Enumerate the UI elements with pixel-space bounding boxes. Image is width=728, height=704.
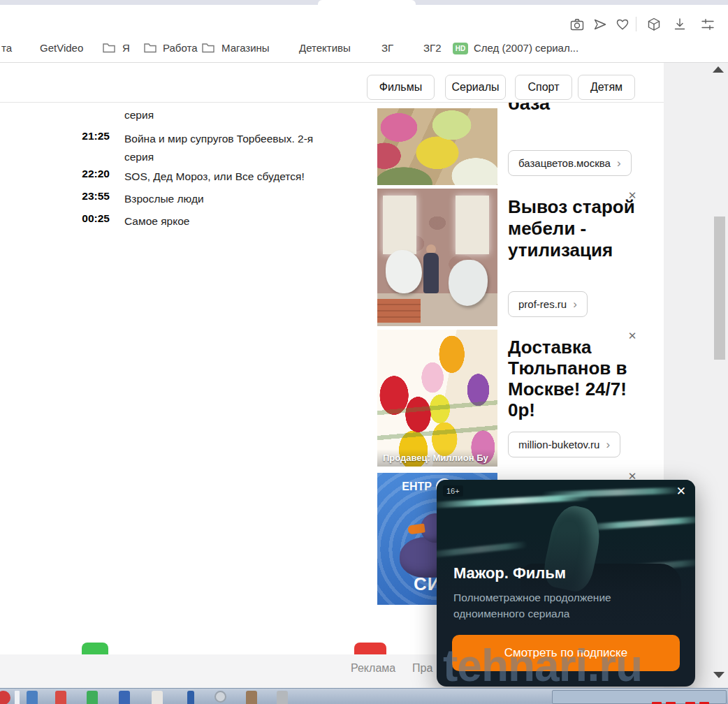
taskbar-tray-panel bbox=[552, 690, 727, 704]
footer-link-advertising[interactable]: Реклама bbox=[351, 662, 395, 675]
taskbar-app-icon[interactable] bbox=[0, 691, 10, 704]
scroll-down-arrow-icon[interactable] bbox=[713, 672, 725, 678]
taskbar-app-icon[interactable] bbox=[27, 691, 38, 704]
schedule-time: 00:25 bbox=[67, 212, 110, 225]
bookmarks-bar: та GetVideo Я Работа Магазины Детективы … bbox=[0, 34, 728, 63]
browser-toolbar bbox=[0, 5, 728, 34]
taskbar-app-icon[interactable] bbox=[277, 691, 288, 704]
ad-link-label: million-buketov.ru bbox=[518, 439, 599, 450]
scrollbar-thumb[interactable] bbox=[714, 217, 725, 360]
bookmark-folder-magaziny[interactable]: Магазины bbox=[221, 42, 270, 54]
screen: та GetVideo Я Работа Магазины Детективы … bbox=[0, 0, 728, 704]
downloads-icon[interactable] bbox=[672, 17, 687, 32]
bookmark-detektivy[interactable]: Детективы bbox=[299, 42, 351, 54]
trash-bag-shape bbox=[386, 250, 422, 293]
ad-image-flower-market[interactable] bbox=[377, 108, 497, 185]
ad-link-label: базацветов.москва bbox=[518, 157, 611, 169]
ad-link-button[interactable]: prof-res.ru bbox=[508, 291, 588, 317]
tab-sport[interactable]: Спорт bbox=[515, 75, 572, 100]
page-header: Фильмы Сериалы Спорт Детям bbox=[0, 63, 664, 103]
taskbar-app-icon[interactable] bbox=[246, 691, 257, 704]
schedule-program[interactable]: Самое яркое bbox=[124, 212, 330, 230]
taskbar-app-icon[interactable] bbox=[55, 691, 66, 704]
ad-close-icon[interactable] bbox=[627, 190, 638, 201]
ad-image-tulips[interactable]: Продавец: Миллион Бу bbox=[377, 330, 497, 467]
chevron-right-icon bbox=[617, 157, 621, 169]
tab-films[interactable]: Фильмы bbox=[367, 75, 435, 100]
bookmark-folder-ya[interactable]: Я bbox=[122, 42, 130, 54]
schedule-time: 23:55 bbox=[67, 190, 110, 203]
hd-badge-icon: HD bbox=[453, 43, 468, 54]
window-shape bbox=[383, 196, 416, 254]
schedule-program[interactable]: Взрослые люди bbox=[124, 190, 330, 208]
chevron-right-icon bbox=[606, 439, 610, 450]
ad-link-button[interactable]: базацветов.москва bbox=[508, 150, 632, 176]
schedule-time: 22:20 bbox=[67, 168, 110, 180]
chevron-right-icon bbox=[573, 298, 577, 310]
bookmark-zg2[interactable]: ЗГ2 bbox=[423, 42, 442, 54]
schedule-program[interactable]: Война и мир супругов Торбеевых. 2-я сери… bbox=[124, 130, 330, 166]
tab-kids[interactable]: Детям bbox=[578, 75, 635, 100]
schedule-continuation: серия bbox=[124, 106, 330, 124]
active-tab[interactable] bbox=[318, 0, 416, 5]
ad-image-furniture-removal[interactable] bbox=[377, 189, 497, 326]
ad-image-caption: Продавец: Миллион Бу bbox=[377, 449, 497, 467]
send-icon[interactable] bbox=[592, 17, 608, 32]
ad-link-label: prof-res.ru bbox=[518, 298, 567, 310]
ad-title[interactable]: Вывоз старой мебели - утилизация bbox=[508, 196, 655, 261]
browser-tab-strip bbox=[0, 0, 728, 5]
taskbar-divider bbox=[15, 691, 20, 704]
folder-icon bbox=[102, 41, 116, 56]
ad-title[interactable]: Доставка Тюльпанов в Москве! 24/7! 0р! bbox=[508, 337, 655, 420]
schedule-time: 21:25 bbox=[67, 130, 110, 142]
os-taskbar bbox=[0, 688, 728, 704]
bricks-shape bbox=[377, 299, 421, 323]
taskbar-app-icon[interactable] bbox=[187, 691, 194, 704]
bookmark-sled[interactable]: След (2007) сериал... bbox=[474, 42, 578, 54]
taskbar-app-icon[interactable] bbox=[119, 691, 130, 704]
folder-icon bbox=[143, 41, 157, 56]
ad-link-button[interactable]: million-buketov.ru bbox=[508, 432, 620, 457]
toolbar-divider bbox=[636, 17, 636, 31]
bookmark-folder-rabota[interactable]: Работа bbox=[163, 42, 198, 54]
taskbar-app-icon[interactable] bbox=[214, 691, 226, 703]
watermark-text: tehnari.ru bbox=[443, 640, 642, 691]
bookmark-zg[interactable]: ЗГ bbox=[381, 42, 393, 54]
person-shape bbox=[423, 253, 439, 293]
age-rating-badge: 16+ bbox=[443, 485, 463, 497]
ad-close-icon[interactable] bbox=[627, 330, 638, 342]
popup-title: Мажор. Фильм bbox=[453, 564, 566, 582]
screenshot-camera-icon[interactable] bbox=[569, 17, 585, 32]
ad-image-text-left: ЕНТР bbox=[402, 481, 432, 493]
taskbar-app-icon[interactable] bbox=[152, 691, 163, 704]
scroll-up-arrow-icon[interactable] bbox=[713, 66, 724, 73]
bookmark-getvideo[interactable]: GetVideo bbox=[40, 42, 83, 54]
taskbar-app-icon[interactable] bbox=[87, 691, 98, 704]
tab-series[interactable]: Сериалы bbox=[445, 75, 506, 100]
bookmark-cut-left[interactable]: та bbox=[1, 42, 12, 54]
folder-icon bbox=[201, 41, 215, 56]
footer-link-rights-cut[interactable]: Пра bbox=[412, 662, 432, 675]
favorites-heart-icon[interactable] bbox=[615, 17, 630, 32]
schedule-program[interactable]: SOS, Дед Мороз, или Все сбудется! bbox=[124, 168, 330, 186]
extensions-cube-icon[interactable] bbox=[646, 17, 662, 32]
window-shape bbox=[456, 196, 489, 254]
settings-sliders-icon[interactable] bbox=[700, 17, 715, 32]
stems-texture bbox=[377, 330, 497, 467]
popup-subtitle: Полнометражное продолжение одноименного … bbox=[453, 589, 670, 622]
popup-close-icon[interactable] bbox=[676, 484, 686, 499]
